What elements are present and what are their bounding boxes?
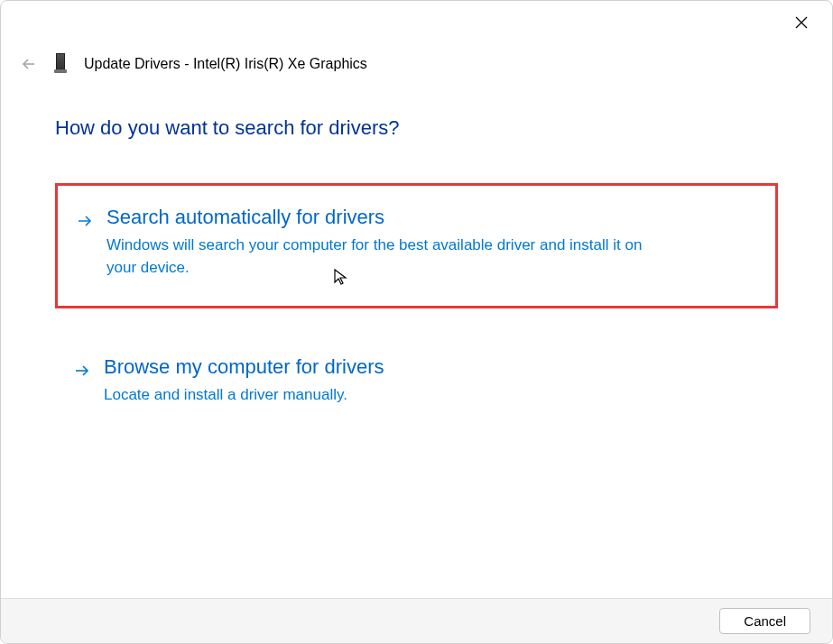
option-browse-desc: Locate and install a driver manually. xyxy=(104,384,663,407)
option-browse-title: Browse my computer for drivers xyxy=(104,355,760,379)
page-heading: How do you want to search for drivers? xyxy=(55,116,778,140)
window-title: Update Drivers - Intel(R) Iris(R) Xe Gra… xyxy=(84,56,367,72)
cancel-button[interactable]: Cancel xyxy=(719,608,810,634)
back-button xyxy=(21,56,37,72)
option-search-automatically[interactable]: Search automatically for drivers Windows… xyxy=(55,183,778,308)
option-auto-desc: Windows will search your computer for th… xyxy=(106,235,666,279)
close-button[interactable] xyxy=(787,8,816,37)
arrow-right-icon xyxy=(73,362,91,380)
arrow-right-icon xyxy=(76,212,94,230)
close-icon xyxy=(794,15,809,30)
back-arrow-icon xyxy=(22,57,36,71)
option-auto-title: Search automatically for drivers xyxy=(106,206,757,229)
footer: Cancel xyxy=(1,598,832,643)
device-icon xyxy=(53,53,68,75)
header: Update Drivers - Intel(R) Iris(R) Xe Gra… xyxy=(21,53,367,75)
option-browse-computer[interactable]: Browse my computer for drivers Locate an… xyxy=(55,336,778,434)
